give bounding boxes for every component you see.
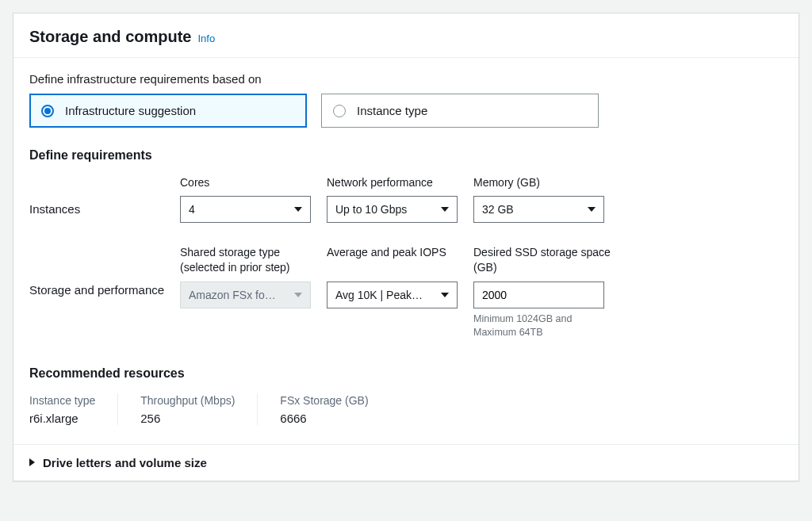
tile-instance-type[interactable]: Instance type <box>321 94 599 128</box>
ssd-input[interactable] <box>473 282 604 308</box>
tile-infrastructure-suggestion[interactable]: Infrastructure suggestion <box>29 94 307 128</box>
storage-compute-panel: Storage and compute Info Define infrastr… <box>13 13 799 481</box>
chevron-down-icon <box>294 207 302 212</box>
memory-label: Memory (GB) <box>473 175 612 191</box>
field-shared-storage-type: Shared storage type (selected in prior s… <box>180 245 319 308</box>
recommended-row: Instance type r6i.xlarge Throughput (Mbp… <box>29 393 783 425</box>
memory-select[interactable]: 32 GB <box>473 196 604 223</box>
panel-title: Storage and compute <box>29 28 191 46</box>
info-link[interactable]: Info <box>197 33 215 44</box>
caret-right-icon <box>29 458 35 466</box>
field-cores: Cores 4 <box>180 175 319 223</box>
cores-label: Cores <box>180 175 319 191</box>
chevron-down-icon <box>441 293 449 297</box>
chevron-down-icon <box>441 207 449 212</box>
define-requirements-heading: Define requirements <box>29 148 783 163</box>
row-label-storage: Storage and performance <box>29 245 172 297</box>
expander-label: Drive letters and volume size <box>43 456 207 469</box>
iops-select[interactable]: Avg 10K | Peak… <box>327 282 458 308</box>
rec-value: r6i.xlarge <box>29 412 95 425</box>
basis-tiles: Infrastructure suggestion Instance type <box>29 94 783 128</box>
memory-value: 32 GB <box>482 203 514 216</box>
cores-value: 4 <box>189 203 195 216</box>
chevron-down-icon <box>294 293 302 297</box>
radio-icon <box>333 105 346 117</box>
ssd-hint: Minimum 1024GB and Maximum 64TB <box>473 312 604 339</box>
iops-label: Average and peak IOPS <box>327 245 465 277</box>
radio-icon <box>41 105 54 117</box>
tile-label: Infrastructure suggestion <box>65 104 196 117</box>
tile-label: Instance type <box>357 104 427 117</box>
rec-value: 6666 <box>280 412 368 425</box>
panel-body: Define infrastructure requirements based… <box>13 58 799 444</box>
network-value: Up to 10 Gbps <box>335 203 407 216</box>
row-label-instances: Instances <box>29 175 172 216</box>
rec-label: Throughput (Mbps) <box>140 393 235 408</box>
rec-label: Instance type <box>29 393 95 408</box>
rec-instance-type: Instance type r6i.xlarge <box>29 393 118 425</box>
requirements-grid: Instances Cores 4 Network performance Up… <box>29 175 783 339</box>
iops-value: Avg 10K | Peak… <box>335 289 423 301</box>
shared-type-value: Amazon FSx fo… <box>189 289 276 301</box>
rec-throughput: Throughput (Mbps) 256 <box>140 393 258 425</box>
shared-type-label: Shared storage type (selected in prior s… <box>180 245 319 277</box>
field-ssd: Desired SSD storage space (GB) Minimum 1… <box>473 245 612 339</box>
panel-header: Storage and compute Info <box>13 13 799 58</box>
field-memory: Memory (GB) 32 GB <box>473 175 612 223</box>
cores-select[interactable]: 4 <box>180 196 311 223</box>
basis-label: Define infrastructure requirements based… <box>29 72 783 86</box>
rec-fsx-storage: FSx Storage (GB) 6666 <box>280 393 390 425</box>
ssd-label: Desired SSD storage space (GB) <box>473 245 612 277</box>
recommended-heading: Recommended resources <box>29 366 783 381</box>
network-label: Network performance <box>327 175 465 191</box>
rec-value: 256 <box>140 412 235 425</box>
rec-label: FSx Storage (GB) <box>280 393 368 408</box>
network-select[interactable]: Up to 10 Gbps <box>327 196 458 223</box>
shared-type-select: Amazon FSx fo… <box>180 282 311 308</box>
field-iops: Average and peak IOPS Avg 10K | Peak… <box>327 245 465 308</box>
field-network: Network performance Up to 10 Gbps <box>327 175 465 223</box>
chevron-down-icon <box>588 207 596 212</box>
drive-letters-expander[interactable]: Drive letters and volume size <box>13 444 799 481</box>
